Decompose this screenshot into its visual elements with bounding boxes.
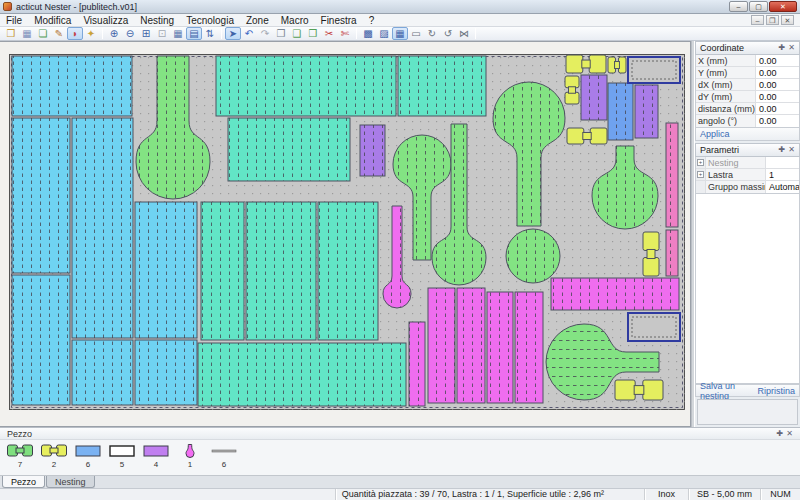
list-view-icon[interactable]: ▤ (186, 27, 202, 40)
part-green-disc[interactable] (506, 229, 560, 283)
save-icon[interactable]: ▦ (19, 27, 35, 40)
menu-macro[interactable]: Macro (275, 14, 315, 27)
part-magenta-bar-6[interactable] (551, 278, 679, 310)
parametri-panel-header[interactable]: Parametri ✚ ✕ (695, 143, 800, 157)
rotate-cw-icon[interactable]: ↻ (424, 27, 440, 40)
title-bar[interactable]: acticut Nester - [publitech.v01] – ▢ ✕ (0, 0, 800, 14)
mdi-close-button[interactable]: ✕ (781, 15, 794, 25)
sheet-svg[interactable] (9, 54, 685, 410)
part-cyan-panel-7[interactable] (135, 340, 197, 405)
expand-icon[interactable]: + (697, 171, 704, 178)
sheet-new-icon[interactable]: ▭ (408, 27, 424, 40)
coordinate-value[interactable]: 0.00 (756, 103, 799, 114)
split-icon[interactable]: ✄ (337, 27, 353, 40)
view-pieces-icon[interactable]: ◗ (67, 27, 83, 40)
close-icon[interactable]: ✕ (788, 42, 795, 54)
copy-icon[interactable]: ❐ (273, 27, 289, 40)
rotate-ccw-icon[interactable]: ↺ (440, 27, 456, 40)
nesting-canvas[interactable] (0, 41, 691, 427)
part-cyan-panel-3[interactable] (72, 118, 133, 338)
zoom-window-icon[interactable]: ⊡ (154, 27, 170, 40)
parametri-value[interactable] (766, 157, 799, 168)
menu-tecnologia[interactable]: Tecnologia (180, 14, 240, 27)
part-cyan-panel-6[interactable] (135, 202, 197, 338)
zoom-fit-icon[interactable]: ⊞ (138, 27, 154, 40)
menu-finestra[interactable]: Finestra (315, 14, 363, 27)
select-cursor-icon[interactable]: ➤ (225, 27, 241, 40)
part-purple-panel-1[interactable] (360, 125, 385, 176)
coordinate-value[interactable]: 0.00 (756, 91, 799, 102)
part-teal-panel-6[interactable] (318, 202, 378, 340)
mirror-icon[interactable]: ⋈ (456, 27, 472, 40)
mdi-restore-button[interactable]: ❐ (766, 15, 779, 25)
edit-piece-icon[interactable]: ✎ (51, 27, 67, 40)
table-view-icon[interactable]: ▦ (170, 27, 186, 40)
part-teal-panel-4[interactable] (201, 202, 244, 340)
zoom-in-icon[interactable]: ⊕ (106, 27, 122, 40)
nesting-view-icon[interactable]: ▦ (392, 27, 408, 40)
pin-icon[interactable]: ✚ (779, 144, 786, 156)
coordinate-value[interactable]: 0.00 (756, 115, 799, 127)
part-blue-panel[interactable] (608, 83, 633, 140)
part-teal-panel-2[interactable] (398, 56, 486, 116)
part-teal-panel-5[interactable] (246, 202, 316, 340)
minimize-button[interactable]: – (729, 1, 748, 12)
cut-icon[interactable]: ✂ (321, 27, 337, 40)
paste-icon[interactable]: ❑ (289, 27, 305, 40)
part-teal-panel-1[interactable] (216, 56, 396, 116)
menu-help[interactable]: ? (363, 14, 381, 27)
pezzo-item-2[interactable]: 2 (41, 443, 67, 469)
part-cyan-panel-2[interactable] (12, 118, 70, 273)
redo-icon[interactable]: ↷ (257, 27, 273, 40)
save-nesting-link[interactable]: Salva un nesting (700, 381, 749, 401)
menu-zone[interactable]: Zone (240, 14, 275, 27)
undo-icon[interactable]: ↶ (241, 27, 257, 40)
part-cyan-panel-5[interactable] (72, 340, 133, 405)
coordinate-value[interactable]: 0.00 (756, 79, 799, 90)
part-purple-panel-2[interactable] (581, 75, 607, 120)
part-magenta-bar-1[interactable] (409, 322, 425, 406)
part-purple-panel-3[interactable] (635, 85, 658, 138)
sheet-view[interactable] (9, 54, 685, 414)
nesting-grid-icon[interactable]: ▨ (376, 27, 392, 40)
nesting-list-icon[interactable]: ▩ (360, 27, 376, 40)
part-empty-slot-1[interactable] (628, 57, 680, 83)
maximize-button[interactable]: ▢ (749, 1, 768, 12)
tab-nesting[interactable]: Nesting (46, 476, 95, 488)
pezzo-item-4[interactable]: 5 (109, 443, 135, 469)
coordinate-value[interactable]: 0.00 (756, 67, 799, 78)
part-pink-strip-1[interactable] (666, 123, 678, 227)
pezzo-item-5[interactable]: 4 (143, 443, 169, 469)
apply-button[interactable]: Applica (700, 129, 730, 139)
menu-nesting[interactable]: Nesting (134, 14, 180, 27)
menu-visualizza[interactable]: Visualizza (77, 14, 134, 27)
menu-modifica[interactable]: Modifica (28, 14, 77, 27)
export-image-icon[interactable]: ❏ (35, 27, 51, 40)
pezzo-item-3[interactable]: 6 (75, 443, 101, 469)
restore-link[interactable]: Ripristina (757, 386, 795, 396)
part-magenta-bar-5[interactable] (515, 292, 543, 403)
close-icon[interactable]: ✕ (786, 428, 793, 440)
menu-file[interactable]: File (0, 14, 28, 27)
close-button[interactable]: ✕ (769, 1, 797, 12)
close-icon[interactable]: ✕ (788, 144, 795, 156)
part-cyan-panel-1[interactable] (12, 56, 132, 116)
pezzo-panel-header[interactable]: Pezzo ✚ ✕ (0, 428, 800, 440)
parametri-value[interactable]: 1 (766, 169, 799, 180)
tab-pezzo[interactable]: Pezzo (2, 476, 45, 488)
expand-icon[interactable]: + (697, 159, 704, 166)
duplicate-icon[interactable]: ❒ (305, 27, 321, 40)
pezzo-item-7[interactable]: 6 (211, 443, 237, 469)
parametri-value[interactable]: Automatico (766, 181, 799, 193)
part-pink-strip-2[interactable] (666, 230, 678, 276)
zoom-out-icon[interactable]: ⊖ (122, 27, 138, 40)
order-icon[interactable]: ⇅ (202, 27, 218, 40)
part-empty-slot-2[interactable] (628, 313, 680, 341)
part-magenta-bar-2[interactable] (428, 288, 455, 403)
part-teal-panel-7[interactable] (198, 343, 406, 406)
part-teal-panel-3[interactable] (228, 118, 350, 181)
part-magenta-bar-4[interactable] (487, 292, 513, 403)
coordinate-value[interactable]: 0.00 (756, 55, 799, 66)
pezzo-item-6[interactable]: 1 (177, 443, 203, 469)
pezzo-item-1[interactable]: 7 (7, 443, 33, 469)
